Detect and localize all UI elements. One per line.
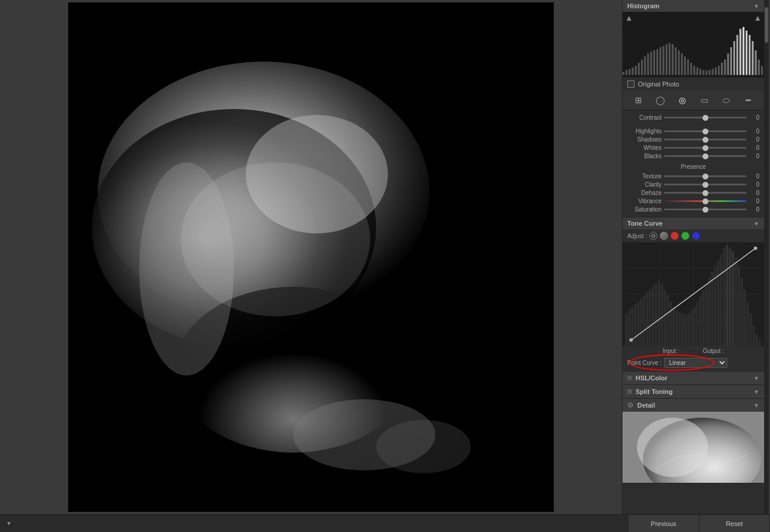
texture-row: Texture 0 (627, 173, 759, 180)
svg-rect-88 (697, 302, 699, 346)
hsl-collapse-icon[interactable]: ▼ (753, 375, 759, 382)
histogram-header: Histogram ▼ (623, 0, 764, 12)
shadows-thumb[interactable] (702, 137, 708, 143)
svg-rect-87 (694, 307, 696, 346)
blacks-label: Blacks (627, 153, 662, 159)
svg-rect-38 (705, 70, 707, 75)
svg-rect-108 (756, 334, 758, 346)
texture-track[interactable] (664, 175, 746, 177)
svg-rect-12 (625, 70, 627, 75)
blacks-track[interactable] (664, 155, 746, 157)
svg-rect-83 (682, 313, 684, 346)
tool-grid-icon[interactable]: ⊞ (632, 94, 645, 107)
clarity-label: Clarity (627, 181, 662, 188)
reset-button[interactable]: Reset (700, 515, 771, 533)
svg-rect-18 (644, 56, 646, 75)
right-panel: Histogram ▼ ▲ ▲ (622, 0, 764, 514)
adjust-target-icon[interactable] (649, 232, 657, 240)
split-toning-section[interactable]: Split Toning ▼ (623, 385, 764, 399)
contrast-thumb[interactable] (702, 115, 708, 121)
dehaze-track[interactable] (664, 192, 746, 194)
tool-oval-icon[interactable]: ⬭ (720, 94, 733, 107)
tone-curve-canvas[interactable] (623, 242, 764, 346)
saturation-thumb[interactable] (702, 207, 708, 213)
main-area: Histogram ▼ ▲ ▲ (0, 0, 770, 514)
shadows-track[interactable] (664, 139, 746, 140)
svg-rect-55 (758, 60, 760, 75)
svg-rect-107 (753, 325, 755, 346)
previous-button[interactable]: Previous (628, 515, 700, 533)
tool-target-icon[interactable]: ◎ (676, 94, 689, 107)
saturation-track[interactable] (664, 209, 746, 210)
svg-rect-77 (664, 290, 666, 346)
dehaze-thumb[interactable] (702, 190, 708, 196)
svg-rect-25 (666, 44, 668, 75)
dehaze-row: Dehaze 0 (627, 190, 759, 196)
svg-rect-28 (675, 47, 676, 75)
hsl-collapse-indicator (627, 376, 632, 380)
detail-gear-icon[interactable]: ⚙ (627, 401, 634, 409)
original-photo-checkbox[interactable] (627, 81, 634, 88)
hsl-color-label: HSL/Color (636, 374, 668, 382)
svg-rect-97 (723, 248, 726, 346)
svg-rect-50 (743, 27, 745, 75)
texture-value: 0 (749, 173, 759, 180)
point-curve-select[interactable]: Linear Medium Contrast Strong Contrast (664, 358, 727, 368)
vibrance-value: 0 (749, 198, 759, 204)
tool-slider-icon[interactable]: ━ (742, 94, 755, 107)
tool-circle-icon[interactable]: ◯ (654, 94, 667, 107)
histogram-arrow-right[interactable]: ▲ (753, 13, 762, 23)
adjust-red-icon[interactable] (670, 232, 679, 240)
svg-point-9 (181, 162, 370, 316)
histogram-arrows-row: ▲ ▲ (623, 12, 764, 24)
svg-rect-73 (652, 287, 654, 346)
whites-track[interactable] (664, 147, 746, 149)
texture-label: Texture (627, 173, 662, 180)
adjust-rgb-icon[interactable] (660, 232, 668, 240)
whites-thumb[interactable] (702, 145, 708, 151)
split-toning-label: Split Toning (636, 388, 673, 395)
detail-collapse-icon[interactable]: ▼ (753, 402, 759, 409)
svg-rect-54 (755, 50, 756, 75)
svg-rect-35 (697, 68, 698, 75)
clarity-thumb[interactable] (702, 182, 708, 188)
highlights-track[interactable] (664, 130, 746, 132)
histogram-collapse-icon[interactable]: ▼ (753, 3, 759, 9)
svg-rect-32 (687, 60, 689, 75)
bottom-left-arrow: ▼ (6, 520, 12, 527)
adjust-green-icon[interactable] (681, 232, 689, 240)
histogram-arrow-left[interactable]: ▲ (625, 13, 633, 23)
svg-point-112 (754, 246, 758, 250)
highlights-thumb[interactable] (702, 129, 708, 134)
svg-rect-46 (730, 47, 732, 75)
contrast-track[interactable] (664, 117, 746, 118)
contrast-label: Contrast (627, 114, 662, 121)
vibrance-thumb[interactable] (702, 198, 708, 204)
svg-rect-43 (721, 63, 723, 75)
scrollbar-thumb[interactable] (765, 7, 768, 43)
svg-rect-98 (726, 245, 729, 346)
svg-rect-70 (643, 296, 646, 346)
svg-rect-93 (711, 272, 714, 346)
svg-rect-33 (690, 63, 692, 75)
shadows-label: Shadows (627, 136, 662, 143)
split-toning-collapse-icon[interactable]: ▼ (753, 389, 759, 395)
tone-curve-collapse-icon[interactable]: ▼ (753, 220, 759, 227)
vibrance-track[interactable] (664, 200, 746, 202)
clarity-track[interactable] (664, 184, 746, 185)
blacks-thumb[interactable] (702, 153, 708, 159)
adjust-blue-icon[interactable] (692, 232, 700, 240)
texture-thumb[interactable] (702, 174, 708, 180)
tool-rect-icon[interactable]: ▭ (698, 94, 711, 107)
hsl-color-section[interactable]: HSL/Color ▼ (623, 371, 764, 385)
right-panel-scrollbar[interactable] (764, 0, 769, 514)
svg-point-111 (630, 338, 633, 342)
highlights-row: Highlights 0 (627, 128, 759, 134)
input-label: Input : (663, 348, 679, 354)
original-photo-label: Original Photo (638, 81, 679, 88)
tools-row: ⊞ ◯ ◎ ▭ ⬭ ━ (623, 91, 764, 110)
tone-curve-title: Tone Curve (627, 220, 663, 227)
right-panel-wrapper: Histogram ▼ ▲ ▲ (622, 0, 770, 514)
detail-header: ⚙ Detail ▼ (623, 399, 764, 412)
svg-rect-96 (720, 254, 723, 346)
